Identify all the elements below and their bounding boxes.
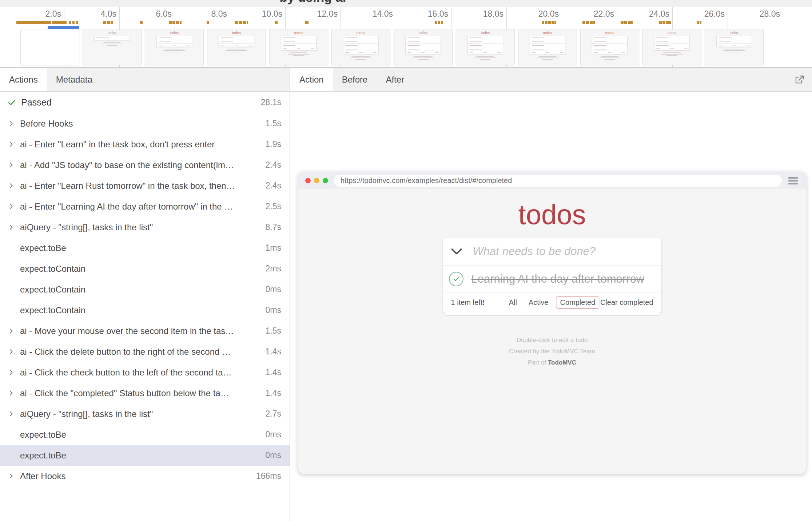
timeline-action-bar — [582, 21, 585, 24]
ruler-tick-label: 24.0s — [615, 9, 669, 19]
action-row[interactable]: expect.toBe1ms — [0, 238, 290, 258]
timeline-action-bar — [700, 21, 701, 24]
action-row-duration: 1.4s — [261, 367, 284, 377]
traffic-lights — [305, 178, 328, 183]
action-row-duration: 2ms — [261, 264, 284, 274]
filter-completed[interactable]: Completed — [556, 297, 599, 309]
timeline-action-bar — [239, 21, 242, 24]
filter-all[interactable]: All — [505, 297, 521, 309]
timeline-action-bar — [621, 21, 624, 24]
filmstrip-thumbnail[interactable]: todos — [705, 29, 763, 65]
tab-actions[interactable]: Actions — [0, 68, 47, 91]
filmstrip-thumbnail[interactable]: todos — [270, 29, 328, 65]
timeline-action-bar — [243, 21, 246, 24]
actions-panel: ActionsMetadata Passed 28.1s Before Hook… — [0, 68, 290, 521]
filmstrip-thumbnail[interactable]: todos — [394, 29, 452, 65]
menu-icon[interactable] — [788, 177, 798, 184]
action-row[interactable]: expect.toContain0ms — [0, 300, 290, 321]
action-row-label: aiQuery - "string[], tasks in the list" — [20, 409, 153, 419]
filmstrip-thumbnail[interactable]: todos — [643, 29, 701, 65]
ruler-tick-label: 28.0s — [725, 9, 780, 19]
action-row-duration: 0ms — [261, 430, 284, 440]
tab-action[interactable]: Action — [290, 68, 333, 91]
clear-completed-button[interactable]: Clear completed — [600, 298, 653, 307]
action-row-duration: 2.4s — [261, 160, 284, 170]
action-row[interactable]: After Hooks166ms — [0, 466, 290, 486]
external-link-icon[interactable] — [794, 68, 805, 91]
action-row-label: ai - Click the "completed" Status button… — [20, 388, 229, 398]
action-row-label: expect.toContain — [20, 285, 85, 295]
action-row[interactable]: ai - Add "JS today" to base on the exist… — [0, 155, 290, 175]
tab-metadata[interactable]: Metadata — [47, 68, 102, 91]
action-row[interactable]: aiQuery - "string[], tasks in the list"8… — [0, 217, 290, 238]
timeline[interactable]: 2.0s4.0s6.0s8.0s10.0s12.0s14.0s16.0s18.0… — [0, 7, 812, 68]
timeline-action-bar — [69, 21, 71, 24]
card-stack-layer — [446, 314, 658, 315]
timeline-action-bar — [72, 21, 75, 24]
action-row[interactable]: Before Hooks1.5s — [0, 113, 290, 134]
snapshot-panel: ActionBeforeAfter https://todomvc.com/ex… — [290, 68, 812, 521]
ruler-tick-label: 18.0s — [449, 9, 503, 19]
chevron-right-icon — [5, 390, 20, 397]
toggle-all-chevron-down-icon[interactable] — [451, 248, 462, 255]
chevron-right-icon — [5, 182, 20, 189]
action-row[interactable]: ai - Enter "Learn Rust tomorrow" in the … — [0, 175, 290, 196]
action-row-label: expect.toBe — [20, 450, 66, 461]
action-row[interactable]: expect.toBe0ms — [0, 424, 290, 445]
actions-list: Before Hooks1.5sai - Enter "Learn" in th… — [0, 113, 290, 486]
address-bar[interactable]: https://todomvc.com/examples/react/dist/… — [334, 175, 782, 187]
timeline-action-bar — [631, 21, 633, 24]
tab-after[interactable]: After — [377, 68, 413, 91]
action-row-label: ai - Move your mouse over the second ite… — [20, 326, 234, 336]
clipped-test-title: by using ai — [233, 0, 393, 5]
action-row[interactable]: expect.toContain2ms — [0, 258, 290, 279]
action-row[interactable]: ai - Enter "Learning AI the day after to… — [0, 196, 290, 217]
right-tabbar: ActionBeforeAfter — [290, 68, 812, 92]
new-todo-input[interactable] — [472, 244, 645, 258]
action-row[interactable]: aiQuery - "string[], tasks in the list"2… — [0, 403, 290, 424]
action-row[interactable]: ai - Move your mouse over the second ite… — [0, 321, 290, 341]
action-row-label: Before Hooks — [20, 119, 73, 129]
timeline-action-bar — [107, 21, 110, 24]
timeline-action-bar — [593, 21, 595, 24]
todo-complete-check-icon[interactable] — [449, 272, 463, 286]
filmstrip-thumbnail[interactable]: todos — [332, 29, 390, 65]
filmstrip-thumbnail[interactable]: todos — [207, 29, 266, 65]
filter-active[interactable]: Active — [525, 297, 552, 309]
todo-item-row[interactable]: Learning AI the day after tomorrow — [443, 266, 661, 293]
timeline-action-bar — [441, 21, 443, 24]
timeline-progress-bar — [48, 26, 79, 29]
chevron-right-icon — [5, 120, 20, 127]
action-row[interactable]: ai - Click the "completed" Status button… — [0, 383, 290, 403]
ruler-tick-label: 12.0s — [283, 9, 338, 19]
filmstrip-thumbnail[interactable]: todos — [518, 29, 577, 65]
action-row-duration: 0ms — [261, 450, 284, 460]
action-row-label: expect.toContain — [20, 264, 85, 274]
action-row[interactable]: ai - Click the check button to the left … — [0, 362, 290, 383]
todos-title: todos — [298, 189, 806, 230]
test-status-row[interactable]: Passed 28.1s — [0, 92, 290, 113]
traffic-green-icon — [323, 178, 328, 183]
ruler-tick-label: 2.0s — [7, 9, 61, 19]
action-row[interactable]: expect.toBe0ms — [0, 445, 290, 466]
timeline-action-bar — [111, 21, 113, 24]
action-row[interactable]: expect.toContain0ms — [0, 279, 290, 300]
action-row-duration: 2.5s — [261, 202, 284, 211]
filmstrip-thumbnail[interactable]: todos — [145, 29, 203, 65]
ruler-tick-label: 30.0s — [781, 9, 812, 19]
action-row-duration: 1.5s — [261, 119, 284, 128]
filmstrip-thumbnail[interactable] — [21, 29, 79, 65]
app-footer-brand-line: Part of TodoMVC — [298, 357, 806, 368]
action-row[interactable]: ai - Enter "Learn" in the task box, don'… — [0, 134, 290, 155]
action-row[interactable]: ai - Click the delete button to the righ… — [0, 341, 290, 362]
timeline-action-bar — [52, 21, 67, 24]
tab-before[interactable]: Before — [333, 68, 377, 91]
timeline-action-bar — [140, 21, 143, 24]
filmstrip-thumbnail[interactable]: todos — [83, 29, 141, 65]
traffic-yellow-icon — [314, 178, 319, 183]
filmstrip-thumbnail[interactable]: todos — [581, 29, 639, 65]
ruler-tick-label: 22.0s — [560, 9, 614, 19]
ruler-tick-label: 6.0s — [117, 9, 172, 19]
action-row-label: expect.toBe — [20, 243, 66, 253]
filmstrip-thumbnail[interactable]: todos — [456, 29, 514, 65]
